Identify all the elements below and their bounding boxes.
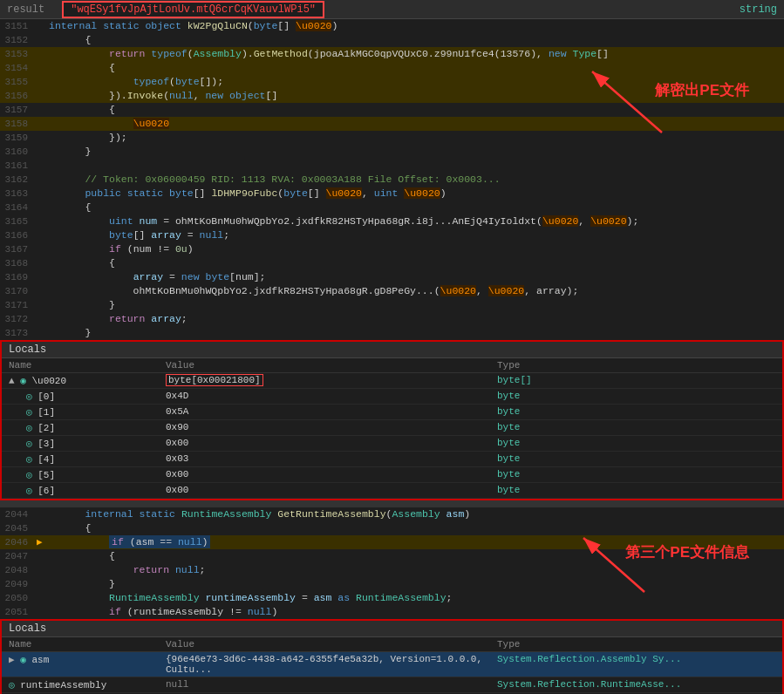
locals-row-5[interactable]: ◎ [5] 0x00 byte [2,467,782,483]
code-editor-2: 2044 internal static RuntimeAssembly Get… [0,507,784,619]
locals-header-1: Locals [2,342,782,358]
code-line-3161: 3161 [0,159,784,173]
code-line-3152: 3152 { [0,33,784,47]
code-line-3165: 3165 uint num = ohMtKoBnMu0hWQpbYo2.jxdf… [0,214,784,228]
code-line-2045: 2045 { [0,521,784,535]
code-line-3154: 3154 { [0,61,784,75]
value-byte-array: byte[0x00021800] [166,374,263,386]
code-line-2050: 2050 RuntimeAssembly runtimeAssembly = a… [0,591,784,605]
code-editor-1: 3151 internal static object kW2PgQluCN(b… [0,19,784,340]
locals-row-6[interactable]: ◎ [6] 0x00 byte [2,483,782,499]
code-line-3167: 3167 if (num != 0u) [0,242,784,256]
code-line-2051: 2051 if (runtimeAssembly != null) [0,605,784,619]
locals-row-2[interactable]: ◎ [2] 0x90 byte [2,420,782,436]
code-section-1: 3151 internal static object kW2PgQluCN(b… [0,19,784,340]
locals-row-4[interactable]: ◎ [4] 0x03 byte [2,452,782,467]
locals-col-type: Type [490,358,782,373]
code-line-3158: 3158 \u0020 [0,117,784,131]
code-line-3153: 3153 return typeof(Assembly).GetMethod(j… [0,47,784,61]
code-line-3171: 3171 } [0,298,784,312]
locals-col-value: Value [159,358,490,373]
result-type: string [740,3,777,16]
result-value: "wqESy1fvJpAjtLonUv.mtQ6crCqKVauvlWPi5" [62,1,324,18]
code-line-2044: 2044 internal static RuntimeAssembly Get… [0,507,784,521]
locals-table-header-row: Name Value Type [2,358,782,373]
locals-col-name: Name [2,358,159,373]
annotation-third-pe: 第三个PE文件信息 [625,542,749,562]
code-line-3164: 3164 { [0,201,784,214]
locals2-row-runtimeAssembly[interactable]: ◎ runtimeAssembly null System.Reflection… [2,677,782,693]
locals-table-2: Name Value Type ▶ ◉ asm {96e46e73-3d6c-4… [2,637,782,694]
locals-row-3[interactable]: ◎ [3] 0x00 byte [2,436,782,452]
locals-table-1: Name Value Type ▲ ◉ \u0020 byte[0x000218… [2,358,782,499]
locals-panel-2: Locals Name Value Type ▶ ◉ asm {96e46e73… [0,619,784,694]
result-bar: result "wqESy1fvJpAjtLonUv.mtQ6crCqKVauv… [0,0,784,19]
code-line-2048: 2048 return null; [0,563,784,577]
locals2-col-type: Type [490,637,782,652]
result-label: result [7,3,44,16]
code-line-3162: 3162 // Token: 0x06000459 RID: 1113 RVA:… [0,173,784,187]
code-line-2049: 2049 } [0,577,784,591]
locals2-header-row: Name Value Type [2,637,782,652]
code-line-3169: 3169 array = new byte[num]; [0,270,784,284]
section-divider-1 [0,500,784,507]
code-line-3151: 3151 internal static object kW2PgQluCN(b… [0,19,784,33]
locals-row-1[interactable]: ◎ [1] 0x5A byte [2,405,782,420]
code-line-3160: 3160 } [0,145,784,159]
code-line-3168: 3168 { [0,256,784,270]
locals-header-2: Locals [2,621,782,637]
locals2-row-asm[interactable]: ▶ ◉ asm {96e46e73-3d6c-4438-a642-6355f4e… [2,652,782,677]
code-line-3159: 3159 }); [0,131,784,145]
locals-row-0[interactable]: ◎ [0] 0x4D byte [2,389,782,405]
code-line-3166: 3166 byte[] array = null; [0,228,784,242]
code-line-3170: 3170 ohMtKoBnMu0hWQpbYo2.jxdfkR82HSTyHpa… [0,284,784,298]
locals2-col-name: Name [2,637,159,652]
code-section-2: 2044 internal static RuntimeAssembly Get… [0,507,784,619]
code-line-3173: 3173 } [0,326,784,340]
annotation-decrypt-pe: 解密出PE文件 [655,80,749,100]
code-line-3163: 3163 public static byte[] lDHMP9oFubc(by… [0,187,784,201]
locals-panel-1: Locals Name Value Type ▲ ◉ \u0020 byte[0… [0,340,784,500]
locals-row-u0020[interactable]: ▲ ◉ \u0020 byte[0x00021800] byte[] [2,373,782,389]
locals2-col-value: Value [159,637,490,652]
code-line-3172: 3172 return array; [0,312,784,326]
code-line-3157: 3157 { [0,103,784,117]
